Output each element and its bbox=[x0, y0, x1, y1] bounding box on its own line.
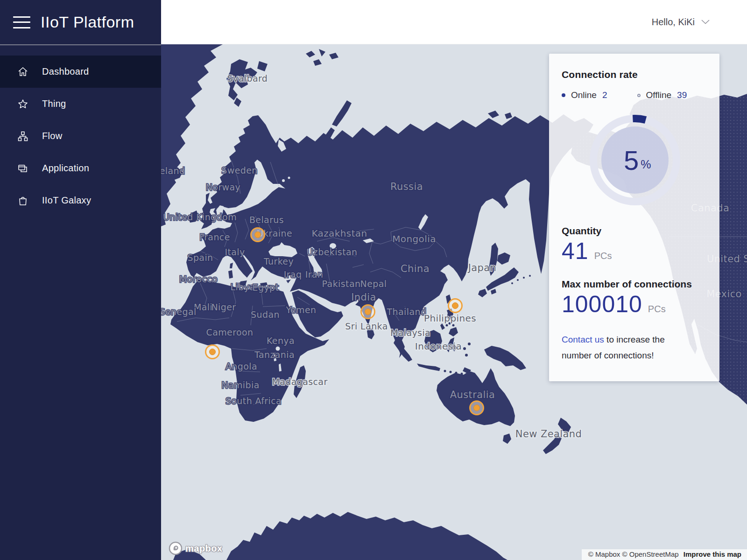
chevron-down-icon bbox=[701, 20, 710, 24]
land-new-guinea bbox=[484, 346, 526, 370]
country-label: Kazakhstan bbox=[311, 228, 367, 239]
country-label: Tanzania bbox=[254, 350, 295, 360]
country-label: Niger bbox=[211, 302, 236, 312]
land-british-isles bbox=[188, 193, 213, 229]
sidebar-item-label: Flow bbox=[42, 131, 62, 141]
sidebar-divider bbox=[0, 44, 161, 45]
country-label: France bbox=[199, 232, 230, 242]
user-greeting: Hello, KiKi bbox=[652, 17, 695, 28]
contact-text-line2: number of connections! bbox=[562, 350, 654, 360]
contact-text-line1: to increase the bbox=[606, 335, 665, 344]
country-label: Kenya bbox=[267, 336, 295, 346]
star-icon bbox=[17, 98, 29, 110]
country-label: Nepal bbox=[360, 279, 387, 289]
sidebar-item-galaxy[interactable]: IIoT Galaxy bbox=[0, 184, 161, 217]
country-label: Pakistan bbox=[322, 279, 361, 289]
country-label: Turkey bbox=[263, 256, 294, 266]
card-title: Connection rate bbox=[562, 69, 708, 80]
sidebar-item-label: IIoT Galaxy bbox=[42, 195, 91, 206]
max-connections-value: 100010 bbox=[562, 291, 642, 318]
windows-icon bbox=[17, 162, 29, 175]
user-menu[interactable]: Hello, KiKi bbox=[652, 17, 710, 28]
offline-value: 39 bbox=[677, 90, 687, 100]
online-label: Online bbox=[571, 90, 597, 100]
country-label: Malaysia bbox=[390, 328, 430, 338]
country-label: Svalbard bbox=[227, 73, 268, 84]
water-ladoga bbox=[282, 179, 285, 182]
attribution-text[interactable]: © Mapbox © OpenStreetMap bbox=[588, 550, 679, 558]
sidebar: IIoT Platform Dashboard Thing Flow bbox=[0, 0, 161, 560]
country-label: Indonesia bbox=[415, 341, 462, 352]
country-label: South Africa bbox=[226, 396, 282, 406]
country-label: Sweden bbox=[221, 165, 257, 175]
app-title: IIoT Platform bbox=[41, 13, 134, 31]
device-marker-gulf-of-guinea[interactable] bbox=[206, 345, 219, 359]
country-label: Italy bbox=[225, 247, 245, 257]
country-label: Thailand bbox=[387, 307, 427, 317]
sidebar-item-flow[interactable]: Flow bbox=[0, 120, 161, 152]
country-label: India bbox=[351, 292, 376, 303]
land-japan bbox=[478, 252, 519, 297]
mapbox-logo-text: mapbox bbox=[185, 543, 223, 554]
quantity-label: Quantity bbox=[562, 225, 708, 237]
sidebar-item-label: Dashboard bbox=[42, 66, 89, 77]
device-marker-australia[interactable] bbox=[470, 401, 484, 415]
sidebar-item-thing[interactable]: Thing bbox=[0, 88, 161, 120]
sidebar-item-dashboard[interactable]: Dashboard bbox=[0, 56, 161, 88]
country-label: Belarus bbox=[249, 215, 284, 225]
mapbox-logo[interactable]: mapbox bbox=[169, 541, 223, 555]
donut-online-wedge bbox=[633, 115, 647, 124]
shopping-bag-icon bbox=[17, 195, 29, 207]
donut-legend: Online 2 Offline 39 bbox=[562, 90, 708, 100]
online-dot bbox=[562, 93, 565, 97]
contact-us-link[interactable]: Contact us bbox=[562, 335, 604, 344]
quantity-value: 41 bbox=[562, 238, 589, 265]
online-value: 2 bbox=[602, 90, 607, 100]
country-label: Cameroon bbox=[206, 327, 254, 337]
menu-icon[interactable] bbox=[13, 16, 30, 28]
country-label: Mali bbox=[194, 302, 212, 312]
country-label: Mongolia bbox=[392, 233, 436, 245]
country-label: Yemen bbox=[285, 305, 316, 315]
quantity-row: 41 PCs bbox=[562, 238, 708, 265]
country-label: China bbox=[401, 263, 430, 274]
improve-map-link[interactable]: Improve this map bbox=[684, 550, 741, 558]
country-label: Sri Lanka bbox=[345, 321, 388, 331]
country-label: Angola bbox=[226, 361, 257, 371]
max-connections-row: 100010 PCs bbox=[562, 291, 708, 318]
home-icon bbox=[17, 66, 29, 78]
land-kurils bbox=[511, 282, 513, 284]
country-label: Uzbekistan bbox=[307, 247, 358, 257]
device-marker-philippines[interactable] bbox=[449, 299, 462, 313]
connection-donut: 5% bbox=[562, 109, 708, 211]
country-label: Iran bbox=[305, 269, 324, 280]
max-connections-unit: PCs bbox=[648, 304, 666, 315]
quantity-unit: PCs bbox=[594, 251, 612, 261]
device-marker-india[interactable] bbox=[361, 305, 375, 319]
country-label: Senegal bbox=[161, 307, 197, 317]
country-label: Spain bbox=[187, 252, 213, 263]
app: IIoT Platform Dashboard Thing Flow bbox=[0, 0, 747, 560]
map-attribution: © Mapbox © OpenStreetMap Improve this ma… bbox=[582, 549, 747, 560]
topbar: Hello, KiKi bbox=[161, 0, 747, 44]
sidebar-nav: Dashboard Thing Flow Application bbox=[0, 45, 161, 217]
country-label: Iraq bbox=[284, 269, 302, 280]
device-marker-europe[interactable] bbox=[251, 228, 265, 242]
max-connections-label: Max number of connections bbox=[562, 279, 708, 290]
country-label: Norway bbox=[206, 182, 240, 192]
land-antarctica bbox=[173, 512, 507, 560]
country-label: Madagascar bbox=[272, 377, 327, 387]
connection-rate-card: Connection rate Online 2 Offline 39 5% Q… bbox=[549, 54, 719, 381]
contact-note: Contact us to increase the number of con… bbox=[562, 332, 708, 364]
offline-label: Offline bbox=[646, 90, 672, 100]
country-label: Libya bbox=[231, 282, 255, 292]
sidebar-header: IIoT Platform bbox=[0, 0, 161, 44]
country-label: Sudan bbox=[251, 309, 280, 320]
country-label: eland bbox=[161, 166, 185, 176]
offline-dot bbox=[637, 94, 641, 97]
mapbox-logo-icon bbox=[169, 541, 183, 555]
country-label: Philippines bbox=[424, 313, 476, 324]
sidebar-item-application[interactable]: Application bbox=[0, 152, 161, 184]
country-label: Morocco bbox=[179, 274, 218, 284]
sidebar-item-label: Thing bbox=[42, 98, 66, 109]
